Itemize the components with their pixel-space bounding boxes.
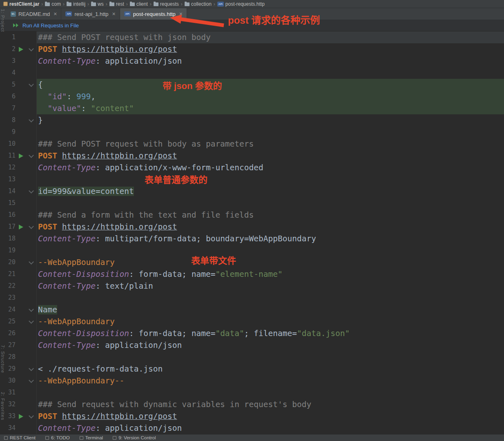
tab-README.md[interactable]: README.md× — [7, 8, 61, 20]
breadcrumb-item[interactable]: collection — [184, 1, 212, 7]
tab-post-requests.http[interactable]: post-requests.http× — [120, 8, 187, 20]
code-token: id=999&value=content — [38, 187, 134, 196]
code-line[interactable]: Content-Type: application/json — [37, 339, 504, 351]
code-line[interactable] — [37, 387, 504, 399]
gutter: 6 — [0, 91, 37, 102]
tool-window-button[interactable]: 7: Structure — [0, 345, 5, 373]
tool-window-button[interactable]: 1: Project — [0, 9, 5, 32]
code-line[interactable]: Content-Type: text/plain — [37, 280, 504, 292]
code-line[interactable] — [37, 197, 504, 209]
editor-line: 25--WebAppBoundary — [0, 316, 504, 327]
code-line[interactable]: --WebAppBoundary — [37, 316, 504, 327]
code-line[interactable] — [37, 292, 504, 304]
code-line[interactable] — [37, 126, 504, 138]
code-line[interactable] — [37, 67, 504, 79]
fold-marker-icon[interactable] — [29, 318, 34, 324]
close-icon[interactable]: × — [179, 11, 183, 17]
code-line[interactable]: Content-Type: application/json — [37, 422, 504, 434]
breadcrumb-item[interactable]: client — [129, 1, 149, 7]
code-line[interactable]: POST https://httpbin.org/post — [37, 221, 504, 233]
run-all-icon[interactable] — [13, 22, 19, 29]
fold-marker-icon[interactable] — [29, 307, 34, 312]
breadcrumb-item[interactable]: requests — [153, 1, 180, 7]
fold-marker-icon[interactable] — [29, 366, 34, 371]
tab-rest-api_1.http[interactable]: rest-api_1.http× — [61, 8, 120, 20]
fold-marker-icon[interactable] — [29, 46, 34, 51]
status-item-version-control[interactable]: 9: Version Control — [113, 435, 156, 440]
breadcrumb-item[interactable]: ws — [90, 1, 105, 7]
code-line[interactable]: ### Send POST request with body as param… — [37, 138, 504, 150]
code-token: Content-Type — [38, 423, 96, 433]
line-number: 27 — [5, 339, 16, 351]
line-number: 7 — [5, 102, 16, 114]
run-request-icon[interactable] — [19, 47, 23, 52]
line-number: 2 — [5, 43, 16, 55]
status-item-todo[interactable]: 6: TODO — [45, 435, 70, 440]
run-request-icon[interactable] — [19, 154, 23, 158]
code-line[interactable]: POST https://httpbin.org/post — [37, 150, 504, 162]
code-token: --WebAppBoundary-- — [38, 376, 124, 385]
tool-window-button[interactable]: 2: Favorites — [0, 392, 5, 420]
fold-marker-icon[interactable] — [29, 153, 34, 158]
code-line[interactable]: { — [37, 79, 504, 91]
code-line[interactable]: "id": 999, — [37, 91, 504, 102]
fold-marker-icon[interactable] — [29, 117, 34, 122]
code-line[interactable]: ### Send POST request with json body — [37, 31, 504, 43]
tab-label: post-requests.http — [133, 11, 176, 17]
fold-slot — [26, 226, 36, 228]
breadcrumb-item[interactable]: restClient.jar — [2, 1, 40, 7]
status-item-rest-client[interactable]: REST Client — [4, 435, 36, 440]
code-token: "content" — [91, 104, 134, 113]
code-line[interactable]: Content-Type: multipart/form-data; bound… — [37, 233, 504, 245]
run-all-requests-link[interactable]: Run All Requests in File — [22, 22, 79, 29]
code-line[interactable]: --WebAppBoundary-- — [37, 375, 504, 387]
code-line[interactable] — [37, 245, 504, 256]
code-line[interactable] — [37, 351, 504, 363]
fold-marker-icon[interactable] — [29, 259, 34, 265]
status-item-terminal[interactable]: Terminal — [80, 435, 103, 440]
code-line[interactable]: --WebAppBoundary — [37, 256, 504, 268]
breadcrumb-item[interactable]: rest — [109, 1, 125, 7]
editor[interactable]: 1### Send POST request with json body2PO… — [0, 31, 504, 434]
fold-slot — [26, 48, 36, 51]
code-line[interactable]: POST https://httpbin.org/post — [37, 410, 504, 422]
editor-line: 7 "value": "content" — [0, 102, 504, 114]
fold-marker-icon[interactable] — [29, 413, 34, 419]
code-line[interactable]: Content-Type: application/x-www-form-url… — [37, 162, 504, 174]
close-icon[interactable]: × — [54, 11, 57, 17]
code-token: , — [91, 92, 96, 101]
fold-marker-icon[interactable] — [29, 82, 34, 87]
code-line[interactable]: Name — [37, 304, 504, 316]
gutter: 11 — [0, 150, 37, 162]
gutter: 14 — [0, 185, 37, 197]
gutter: 15 — [0, 197, 37, 209]
close-icon[interactable]: × — [112, 11, 116, 17]
code-line[interactable]: POST https://httpbin.org/post — [37, 43, 504, 55]
status-label: 6: TODO — [51, 435, 70, 440]
code-line[interactable]: "value": "content" — [37, 102, 504, 114]
code-line[interactable]: Content-Disposition: form-data; name="da… — [37, 327, 504, 339]
line-number: 4 — [5, 67, 16, 79]
fold-marker-icon[interactable] — [29, 188, 34, 194]
code-line[interactable]: < ./request-form-data.json — [37, 363, 504, 375]
gutter: 17 — [0, 221, 37, 233]
breadcrumb-label: client — [136, 1, 148, 7]
code-line[interactable]: ### Send request with dynamic variables … — [37, 399, 504, 410]
breadcrumb-item[interactable]: com — [44, 1, 62, 7]
fold-marker-icon[interactable] — [29, 224, 34, 229]
code-line[interactable]: ### Send a form with the text and file f… — [37, 209, 504, 221]
run-request-icon[interactable] — [19, 225, 23, 229]
breadcrumb-item[interactable]: post-requests.http — [216, 1, 265, 7]
code-line[interactable]: } — [37, 114, 504, 126]
breadcrumb-item[interactable]: intellij — [66, 1, 86, 7]
line-number: 3 — [5, 55, 16, 67]
fold-marker-icon[interactable] — [29, 378, 34, 383]
run-request-icon[interactable] — [19, 414, 23, 419]
code-line[interactable] — [37, 174, 504, 185]
code-line[interactable]: Content-Disposition: form-data; name="el… — [37, 268, 504, 280]
editor-line: 10### Send POST request with body as par… — [0, 138, 504, 150]
run-slot — [16, 154, 26, 158]
code-line[interactable]: id=999&value=content — [37, 185, 504, 197]
gutter: 32 — [0, 399, 37, 410]
code-line[interactable]: Content-Type: application/json — [37, 55, 504, 67]
